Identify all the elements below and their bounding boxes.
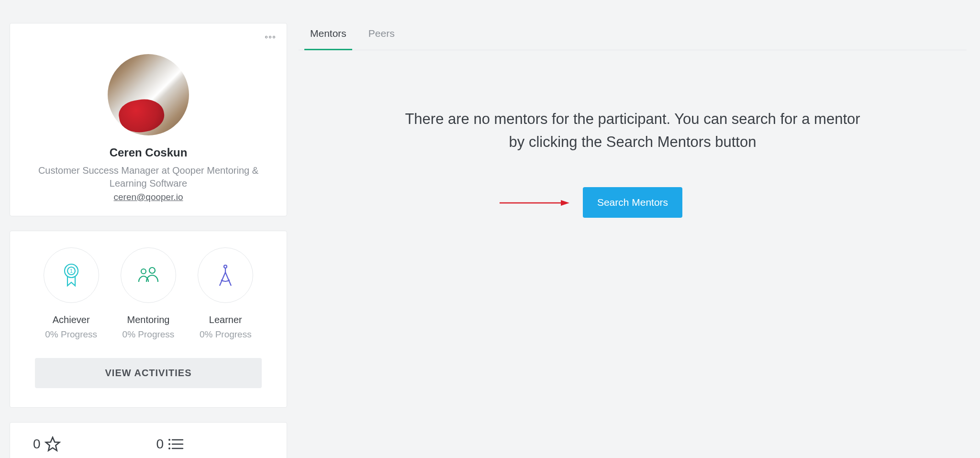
tabs: Mentors Peers	[299, 23, 967, 50]
badge-achiever: 1 Achiever 0% Progress	[35, 247, 107, 340]
svg-point-10	[168, 443, 170, 445]
profile-name: Ceren Coskun	[22, 146, 275, 159]
people-icon	[121, 247, 176, 303]
badge-mentoring: Mentoring 0% Progress	[112, 247, 184, 340]
avatar	[108, 54, 189, 135]
star-icon	[45, 436, 61, 452]
svg-text:1: 1	[70, 268, 73, 274]
list-icon	[167, 437, 184, 451]
more-options-button[interactable]	[263, 32, 277, 42]
main-panel: Mentors Peers There are no mentors for t…	[299, 23, 970, 458]
badge-label: Mentoring	[112, 314, 184, 325]
profile-card: Ceren Coskun Customer Success Manager at…	[10, 23, 287, 216]
badge-learner: Learner 0% Progress	[189, 247, 262, 340]
svg-marker-15	[561, 200, 569, 206]
profile-title: Customer Success Manager at Qooper Mento…	[22, 164, 275, 190]
more-icon	[265, 36, 275, 38]
svg-point-8	[168, 439, 170, 441]
tab-peers[interactable]: Peers	[368, 23, 396, 50]
search-mentors-button[interactable]: Search Mentors	[583, 187, 682, 218]
compass-icon	[198, 247, 253, 303]
empty-state-message: There are no mentors for the participant…	[403, 108, 862, 154]
badge-progress: 0% Progress	[189, 329, 262, 340]
badge-progress: 0% Progress	[112, 329, 184, 340]
badge-progress: 0% Progress	[35, 329, 107, 340]
svg-point-12	[168, 447, 170, 449]
svg-point-3	[141, 269, 146, 274]
empty-state: There are no mentors for the participant…	[299, 50, 967, 218]
stat-stars: 0	[33, 436, 61, 452]
svg-marker-7	[45, 437, 59, 451]
stat-list-value: 0	[156, 436, 164, 452]
arrow-annotation-icon	[499, 200, 570, 206]
ribbon-icon: 1	[44, 247, 99, 303]
sidebar: Ceren Coskun Customer Success Manager at…	[10, 23, 287, 458]
profile-email-link[interactable]: ceren@qooper.io	[114, 192, 183, 202]
badges-row: 1 Achiever 0% Progress	[35, 247, 262, 340]
svg-point-5	[224, 265, 227, 268]
stat-list: 0	[156, 436, 184, 452]
tab-mentors[interactable]: Mentors	[309, 23, 347, 50]
badge-label: Learner	[189, 314, 262, 325]
badges-card: 1 Achiever 0% Progress	[10, 231, 287, 408]
badge-label: Achiever	[35, 314, 107, 325]
view-activities-button[interactable]: VIEW ACTIVITIES	[35, 358, 262, 388]
svg-point-4	[149, 268, 155, 273]
stats-card: 0 0	[10, 422, 287, 458]
stat-stars-value: 0	[33, 436, 41, 452]
